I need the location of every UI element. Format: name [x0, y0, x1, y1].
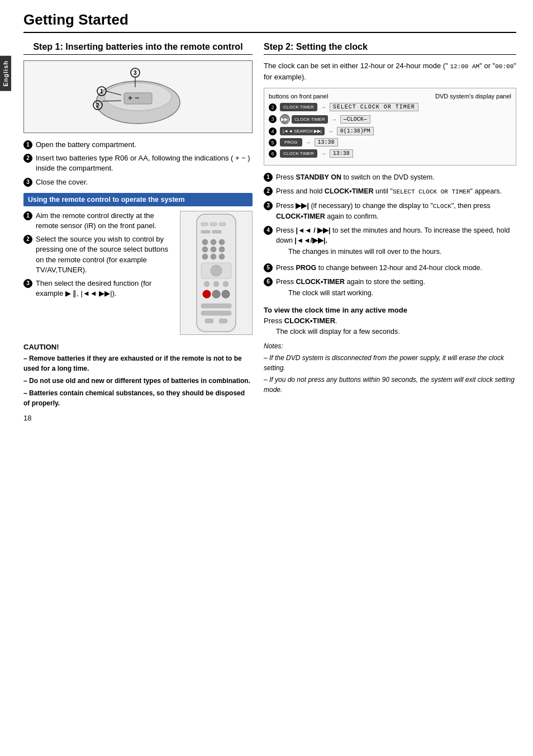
remote-steps-list: 1 Aim the remote control directly at the…	[23, 211, 174, 299]
view-clock-text: Press CLOCK•TIMER.	[264, 316, 516, 325]
step-num-1: 1	[23, 140, 32, 149]
clock-row-4: 4 |◄◄ SEARCH ▶▶| → 0(1:38)PM	[269, 127, 511, 135]
caution-text: – Remove batteries if they are exhausted…	[23, 353, 253, 408]
clock-num-2: 2	[269, 103, 277, 111]
clock-row-3: 3 ▶▶| CLOCK·TIMER → —CLOCK—	[269, 114, 511, 124]
svg-text:3: 3	[134, 70, 137, 76]
clock-diagram-header: buttons on front panel DVD system's disp…	[269, 93, 511, 100]
arrow-4: →	[328, 128, 334, 134]
svg-rect-18	[212, 230, 221, 233]
clock-num-4: 4	[269, 127, 277, 135]
svg-point-30	[204, 281, 210, 287]
svg-point-24	[219, 247, 225, 252]
s2-num-5: 5	[264, 263, 273, 272]
display-3: —CLOCK—	[340, 115, 370, 124]
svg-point-20	[211, 239, 216, 245]
svg-point-32	[223, 281, 229, 287]
page-title: Getting Started	[23, 11, 516, 33]
clock-diagram: buttons on front panel DVD system's disp…	[264, 88, 516, 166]
remote-step-1: 1 Aim the remote control directly at the…	[23, 211, 174, 231]
svg-point-35	[222, 290, 230, 298]
caution-section: CAUTION! – Remove batteries if they are …	[23, 343, 253, 408]
s2-step-5: 5 Press PROG to change between 12-hour a…	[264, 263, 516, 273]
battery-step-1: 1 Open the battery compartment.	[23, 140, 253, 150]
svg-point-33	[203, 290, 211, 298]
btn-circle-fwd: ▶▶|	[280, 114, 290, 124]
battery-diagram-svg: + − 1 2 3	[82, 66, 194, 127]
battery-step-2: 2 Insert two batteries type R06 or AA, f…	[23, 153, 253, 173]
view-clock-section: To view the clock time in any active mod…	[264, 306, 516, 337]
svg-text:1: 1	[100, 88, 103, 94]
battery-step-3: 3 Close the cover.	[23, 177, 253, 187]
col-right: Step 2: Setting the clock The clock can …	[264, 42, 516, 408]
svg-point-34	[212, 290, 220, 298]
col2-label: DVD system's display panel	[435, 93, 511, 100]
panel-btn-4: |◄◄ SEARCH ▶▶|	[280, 127, 325, 135]
svg-point-21	[219, 239, 225, 245]
s2-step-6: 6 Press CLOCK•TIMER again to store the s…	[264, 277, 516, 300]
page-number: 18	[23, 414, 516, 422]
s2-step6-sub: The clock will start working.	[288, 289, 425, 299]
display-4: 0(1:38)PM	[337, 127, 374, 135]
display-2: SELECT CLOCK OR TIMER	[330, 103, 418, 111]
svg-text:+ −: + −	[128, 93, 139, 102]
panel-btn-5: PROG	[280, 138, 302, 147]
english-tab: English	[0, 56, 11, 91]
battery-instructions: 1 Open the battery compartment. 2 Insert…	[23, 140, 253, 187]
s2-step-2: 2 Press and hold CLOCK•TIMER until "SELE…	[264, 186, 516, 197]
s2-num-2: 2	[264, 187, 273, 196]
main-content: Step 1: Inserting batteries into the rem…	[23, 42, 516, 408]
step2-instructions: 1 Press STANDBY ON to switch on the DVD …	[264, 172, 516, 300]
using-remote-title: Using the remote control to operate the …	[23, 193, 253, 206]
remote-svg	[191, 211, 241, 334]
s2-num-3: 3	[264, 201, 273, 210]
battery-diagram: + − 1 2 3	[23, 60, 253, 133]
col-left: Step 1: Inserting batteries into the rem…	[23, 42, 253, 408]
display-6: 13:38	[330, 149, 353, 158]
s2-step-3: 3 Press ▶▶| (if necessary) to change the…	[264, 201, 516, 221]
step2-title: Step 2: Setting the clock	[264, 42, 516, 55]
s2-step4-sub: The changes in minutes will roll over to…	[288, 247, 516, 257]
col1-label: buttons on front panel	[269, 93, 328, 100]
remote-instructions: 1 Aim the remote control directly at the…	[23, 211, 174, 335]
view-clock-sub: The clock will display for a few seconds…	[276, 327, 516, 337]
svg-point-22	[202, 247, 208, 252]
s2-step-1: 1 Press STANDBY ON to switch on the DVD …	[264, 172, 516, 182]
svg-point-26	[211, 254, 216, 259]
clock-row-6: 6 CLOCK·TIMER → 13:38	[269, 149, 511, 158]
s2-num-4: 4	[264, 226, 273, 235]
arrow-6: →	[321, 150, 326, 157]
notes-section: Notes: – If the DVD system is disconnect…	[264, 341, 516, 395]
page: English Getting Started Step 1: Insertin…	[0, 0, 533, 756]
svg-point-29	[211, 265, 222, 276]
svg-text:2: 2	[96, 102, 99, 108]
arrow-2: →	[321, 104, 326, 110]
remote-step-num-1: 1	[23, 211, 32, 220]
svg-point-25	[202, 254, 208, 259]
panel-btn-6: CLOCK·TIMER	[280, 149, 317, 158]
svg-rect-16	[219, 223, 226, 226]
view-clock-title: To view the clock time in any active mod…	[264, 306, 516, 314]
clock-row-5: 5 PROG → 13:38	[269, 138, 511, 147]
clock-num-3: 3	[269, 115, 277, 123]
svg-rect-17	[201, 230, 210, 233]
panel-btn-3: CLOCK·TIMER	[292, 115, 328, 124]
s2-num-1: 1	[264, 173, 273, 182]
svg-rect-14	[201, 223, 208, 226]
arrow-3: →	[331, 116, 337, 122]
remote-step-num-3: 3	[23, 279, 32, 288]
svg-point-19	[202, 239, 208, 245]
step-num-3: 3	[23, 178, 32, 187]
step2-intro: The clock can be set in either 12-hour o…	[264, 60, 516, 82]
clock-num-5: 5	[269, 139, 277, 147]
svg-rect-38	[205, 319, 213, 323]
caution-title: CAUTION!	[23, 343, 253, 351]
svg-rect-36	[201, 304, 231, 308]
step-num-2: 2	[23, 154, 32, 163]
remote-image	[180, 211, 253, 335]
svg-rect-39	[219, 319, 227, 323]
clock-num-6: 6	[269, 150, 277, 158]
panel-btn-2: CLOCK·TIMER	[280, 103, 317, 111]
remote-step-3: 3 Then select the desired function (for …	[23, 278, 174, 299]
svg-point-27	[219, 254, 225, 259]
